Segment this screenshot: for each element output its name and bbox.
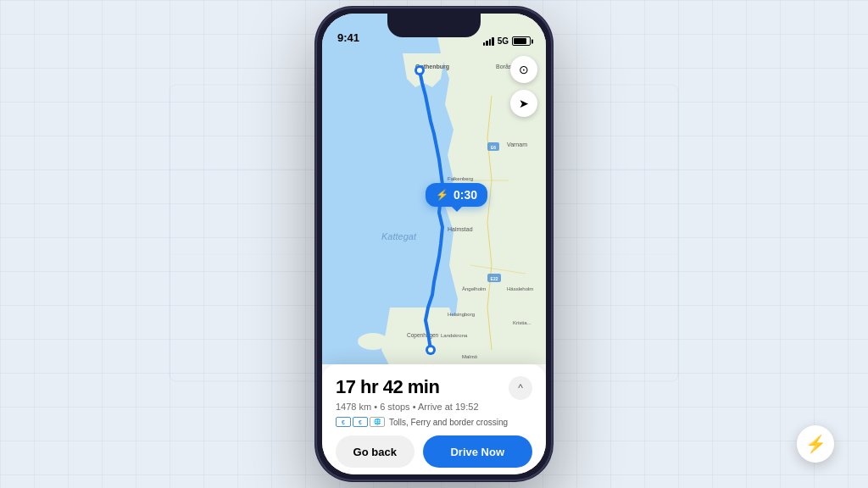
svg-text:Helsingborg: Helsingborg xyxy=(448,312,475,317)
svg-text:Malmö: Malmö xyxy=(462,354,478,359)
svg-point-6 xyxy=(358,333,388,350)
svg-text:Halmstad: Halmstad xyxy=(448,226,473,232)
map-controls: ⊙ ➤ xyxy=(510,56,537,117)
toll-badges: € € 🌐 xyxy=(336,417,385,427)
go-back-button[interactable]: Go back xyxy=(336,435,415,468)
location-button[interactable]: ⊙ xyxy=(510,56,537,83)
chevron-up-icon: ^ xyxy=(518,382,523,394)
svg-text:Falkenberg: Falkenberg xyxy=(448,176,473,181)
toll-badge-3: 🌐 xyxy=(370,417,385,427)
floating-lightning-button[interactable]: ⚡ xyxy=(797,425,834,463)
svg-point-26 xyxy=(428,347,433,352)
phone-screen: 9:41 5G xyxy=(322,14,546,474)
toll-text: Tolls, Ferry and border crossing xyxy=(389,418,508,427)
phone-notch xyxy=(387,14,481,37)
lightning-icon: ⚡ xyxy=(436,189,448,201)
svg-text:Landskrona: Landskrona xyxy=(441,333,468,338)
battery-icon xyxy=(512,36,531,46)
status-icons: 5G xyxy=(483,36,531,46)
svg-text:Kristia...: Kristia... xyxy=(513,320,531,325)
toll-info: € € 🌐 Tolls, Ferry and border crossing xyxy=(336,417,532,427)
route-header: 17 hr 42 min ^ xyxy=(336,376,532,400)
expand-button[interactable]: ^ xyxy=(509,376,532,400)
eta-bubble: ⚡ 0:30 xyxy=(426,183,487,207)
map-area[interactable]: E6 E22 Gothenburg Borås Varnam Falkenber… xyxy=(322,14,546,364)
route-details: 1478 km • 6 stops • Arrive at 19:52 xyxy=(336,402,532,412)
route-duration: 17 hr 42 min xyxy=(336,376,439,398)
svg-text:Borås: Borås xyxy=(496,64,512,69)
lightning-bolt-icon: ⚡ xyxy=(805,434,826,454)
toll-badge-1: € xyxy=(336,417,351,427)
network-type: 5G xyxy=(498,36,509,46)
svg-text:Ängelholm: Ängelholm xyxy=(462,286,486,291)
svg-point-28 xyxy=(417,68,422,73)
svg-text:Hässleholm: Hässleholm xyxy=(507,286,533,291)
toll-badge-2: € xyxy=(353,417,368,427)
signal-icon xyxy=(483,37,494,46)
route-bottom-panel: 17 hr 42 min ^ 1478 km • 6 stops • Arriv… xyxy=(322,364,546,474)
action-buttons: Go back Drive Now xyxy=(336,435,532,468)
svg-text:Kattegat: Kattegat xyxy=(381,231,417,241)
svg-text:Copenhagen: Copenhagen xyxy=(407,332,439,339)
navigation-button[interactable]: ➤ xyxy=(510,90,537,117)
svg-text:E6: E6 xyxy=(491,145,496,150)
phone-frame: 9:41 5G xyxy=(315,7,553,481)
svg-text:Varnam: Varnam xyxy=(507,141,527,147)
drive-now-button[interactable]: Drive Now xyxy=(423,435,533,468)
status-time: 9:41 xyxy=(337,31,359,46)
eta-time: 0:30 xyxy=(453,188,477,202)
svg-text:E22: E22 xyxy=(491,276,498,281)
